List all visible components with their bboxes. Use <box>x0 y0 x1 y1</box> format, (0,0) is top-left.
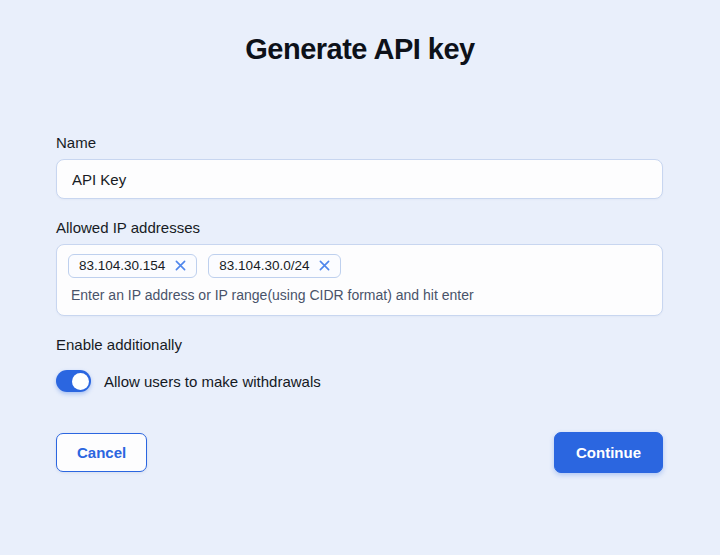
name-label: Name <box>56 134 663 151</box>
withdrawals-toggle-label: Allow users to make withdrawals <box>104 373 321 390</box>
withdrawals-toggle-row: Allow users to make withdrawals <box>56 370 663 392</box>
api-key-form: Name Allowed IP addresses 83.104.30.154 <box>56 134 663 473</box>
ip-chip-value: 83.104.30.0/24 <box>219 258 309 273</box>
remove-ip-icon[interactable] <box>174 259 187 272</box>
page-title: Generate API key <box>0 0 720 66</box>
toggle-knob <box>72 373 89 390</box>
allowed-ip-label: Allowed IP addresses <box>56 219 663 236</box>
continue-button[interactable]: Continue <box>554 432 663 473</box>
generate-api-key-dialog: Generate API key Name Allowed IP address… <box>0 0 720 555</box>
ip-field-section: Allowed IP addresses 83.104.30.154 83.10… <box>56 219 663 316</box>
dialog-actions: Cancel Continue <box>56 432 663 473</box>
ip-chip: 83.104.30.154 <box>68 254 197 278</box>
ip-helper-text: Enter an IP address or IP range(using CI… <box>71 287 651 303</box>
ip-chip-value: 83.104.30.154 <box>79 258 165 273</box>
ip-addresses-input-area[interactable]: 83.104.30.154 83.104.30.0/24 <box>56 244 663 316</box>
name-field-section: Name <box>56 134 663 199</box>
enable-additionally-section: Enable additionally Allow users to make … <box>56 336 663 392</box>
enable-additionally-label: Enable additionally <box>56 336 663 353</box>
api-key-name-input[interactable] <box>56 159 663 199</box>
withdrawals-toggle[interactable] <box>56 370 91 392</box>
remove-ip-icon[interactable] <box>318 259 331 272</box>
ip-chips-row: 83.104.30.154 83.104.30.0/24 <box>68 254 651 278</box>
cancel-button[interactable]: Cancel <box>56 433 147 472</box>
ip-chip: 83.104.30.0/24 <box>208 254 341 278</box>
